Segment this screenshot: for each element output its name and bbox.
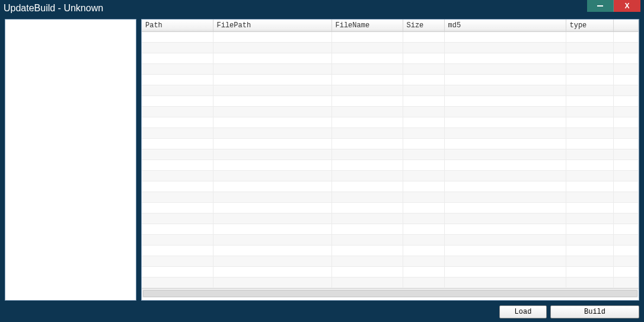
load-button[interactable]: Load — [499, 305, 547, 318]
column-header[interactable]: Path — [142, 20, 213, 31]
table-row-empty — [142, 95, 639, 106]
table-row-empty — [142, 170, 639, 181]
table-row-empty — [142, 149, 639, 160]
scrollbar-thumb[interactable] — [143, 290, 637, 297]
panels: PathFilePathFileNameSizemd5type — [5, 19, 639, 301]
horizontal-scrollbar[interactable] — [142, 288, 639, 298]
footer: Load Build — [5, 304, 639, 318]
table-row-empty — [142, 213, 639, 224]
table-row-empty — [142, 117, 639, 127]
grid-panel: PathFilePathFileNameSizemd5type — [141, 19, 639, 301]
tree-panel[interactable] — [5, 19, 136, 301]
column-header[interactable]: FilePath — [213, 20, 331, 31]
table-header-row[interactable]: PathFilePathFileNameSizemd5type — [142, 20, 639, 31]
file-table[interactable]: PathFilePathFileNameSizemd5type — [142, 20, 639, 288]
build-button[interactable]: Build — [550, 305, 639, 318]
table-row-empty — [142, 127, 639, 138]
table-row-empty — [142, 85, 639, 95]
table-row-empty — [142, 74, 639, 85]
table-row-empty — [142, 53, 639, 63]
table-row-empty — [142, 181, 639, 192]
column-header-filler — [613, 20, 639, 31]
table-row-empty — [142, 192, 639, 202]
table-row-empty — [142, 234, 639, 245]
column-header[interactable]: type — [566, 20, 613, 31]
titlebar[interactable]: UpdateBuild - Unknown X — [0, 0, 644, 17]
close-icon: X — [624, 2, 629, 9]
grid-wrap: PathFilePathFileNameSizemd5type — [141, 19, 639, 301]
app-window: UpdateBuild - Unknown X PathFilePathFile… — [0, 0, 644, 322]
table-row-empty — [142, 277, 639, 288]
table-row-empty — [142, 256, 639, 266]
table-row-empty — [142, 245, 639, 256]
close-button[interactable]: X — [614, 0, 640, 12]
table-row-empty — [142, 160, 639, 170]
column-header[interactable]: FileName — [331, 20, 403, 31]
table-row-empty — [142, 266, 639, 277]
minimize-button[interactable] — [587, 0, 614, 12]
table-row-empty — [142, 63, 639, 74]
table-row-empty — [142, 31, 639, 42]
column-header[interactable]: Size — [403, 20, 444, 31]
window-controls: X — [587, 0, 644, 12]
table-row-empty — [142, 42, 639, 53]
table-row-empty — [142, 106, 639, 117]
table-row-empty — [142, 224, 639, 234]
column-header[interactable]: md5 — [444, 20, 566, 31]
table-row-empty — [142, 138, 639, 149]
window-title: UpdateBuild - Unknown — [4, 3, 587, 14]
table-row-empty — [142, 202, 639, 213]
client-area: PathFilePathFileNameSizemd5type Load Bui… — [0, 17, 644, 322]
